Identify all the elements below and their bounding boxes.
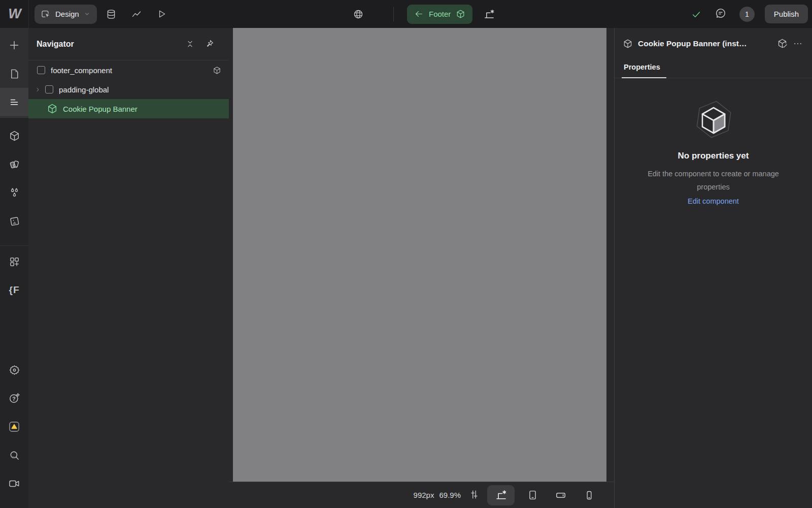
breakpoint-desktop-button[interactable] bbox=[487, 485, 515, 505]
database-icon bbox=[106, 9, 117, 20]
tree-row-label: padding-global bbox=[59, 85, 109, 94]
webflow-logo[interactable]: W bbox=[0, 0, 28, 28]
video-camera-icon bbox=[8, 478, 20, 490]
comment-bubble-icon bbox=[715, 7, 727, 19]
finsweet-extension-button[interactable]: {F bbox=[0, 276, 28, 304]
chevron-down-icon bbox=[84, 11, 90, 17]
arrow-left-icon bbox=[414, 9, 424, 19]
canvas-region: 992px 69.9% bbox=[229, 28, 614, 508]
pin-panel-button[interactable] bbox=[202, 38, 216, 51]
component-cube-icon bbox=[213, 66, 221, 75]
search-icon bbox=[9, 450, 20, 461]
collapse-icon bbox=[185, 39, 195, 49]
publish-button[interactable]: Publish bbox=[765, 5, 808, 23]
video-tutorials-button[interactable] bbox=[0, 469, 28, 498]
navigator-tree: footer_component padding-global Cookie P… bbox=[28, 60, 229, 118]
webflow-logo-glyph: W bbox=[8, 6, 20, 22]
element-checkbox-icon bbox=[37, 66, 45, 74]
edit-component-icon-button[interactable] bbox=[777, 38, 788, 49]
components-button[interactable] bbox=[0, 121, 28, 150]
design-cursor-icon bbox=[40, 9, 51, 19]
apps-button[interactable] bbox=[0, 247, 28, 276]
selected-component-title: Cookie Popup Banner (inst… bbox=[638, 39, 772, 48]
gear-icon bbox=[9, 364, 20, 376]
tree-row-label: footer_component bbox=[51, 66, 112, 75]
zoom-level-value[interactable]: 69.9% bbox=[439, 491, 461, 499]
tree-row-cookie-popup-banner[interactable]: Cookie Popup Banner bbox=[28, 99, 229, 118]
breakpoint-phone-portrait-button[interactable] bbox=[579, 485, 600, 505]
component-cube-icon bbox=[623, 39, 633, 49]
element-checkbox-icon bbox=[45, 85, 53, 93]
tree-row-label: Cookie Popup Banner bbox=[63, 105, 138, 113]
panel-more-button[interactable] bbox=[793, 39, 803, 49]
add-breakpoint-button[interactable] bbox=[480, 3, 498, 25]
svg-text:?: ? bbox=[12, 396, 16, 402]
breakpoint-tablet-button[interactable] bbox=[522, 485, 543, 505]
empty-state-description: Edit the component to create or manage p… bbox=[635, 167, 792, 194]
upgrade-button[interactable] bbox=[0, 412, 28, 441]
image-icon bbox=[9, 215, 20, 227]
add-elements-button[interactable] bbox=[0, 31, 28, 59]
properties-panel: Cookie Popup Banner (inst… Properties No… bbox=[614, 28, 812, 508]
localization-button[interactable] bbox=[347, 3, 369, 25]
tab-properties[interactable]: Properties bbox=[623, 63, 661, 78]
droplets-icon bbox=[9, 187, 20, 199]
search-button[interactable] bbox=[0, 441, 28, 469]
sliders-icon bbox=[468, 489, 480, 500]
collapse-all-button[interactable] bbox=[183, 38, 196, 51]
left-toolbar: {F ? bbox=[0, 28, 28, 508]
tree-row-padding-global[interactable]: padding-global bbox=[28, 80, 229, 99]
navigator-header: Navigator bbox=[28, 28, 229, 60]
navigator-menu-icon bbox=[8, 96, 20, 108]
comments-button[interactable] bbox=[715, 7, 727, 21]
component-cube-icon bbox=[456, 9, 465, 19]
hexagon-cube-illustration bbox=[695, 99, 732, 144]
topbar: W Design bbox=[0, 0, 812, 28]
apps-grid-icon bbox=[9, 256, 20, 268]
plus-icon bbox=[8, 39, 20, 51]
phone-portrait-icon bbox=[584, 490, 595, 501]
canvas-settings-button[interactable] bbox=[468, 489, 480, 502]
swatches-icon bbox=[9, 158, 20, 170]
breakpoint-phone-landscape-button[interactable] bbox=[550, 485, 571, 505]
edit-component-link[interactable]: Edit component bbox=[688, 197, 739, 205]
navigator-title: Navigator bbox=[37, 40, 177, 49]
navigator-panel: Navigator footer_component padding-globa bbox=[28, 28, 229, 508]
variables-button[interactable] bbox=[0, 178, 28, 207]
canvas-page[interactable] bbox=[233, 28, 606, 482]
help-button[interactable]: ? bbox=[0, 384, 28, 412]
ellipsis-icon bbox=[793, 39, 803, 49]
assets-button[interactable] bbox=[0, 207, 28, 235]
cms-database-button[interactable] bbox=[100, 3, 122, 25]
page-icon bbox=[9, 68, 20, 80]
properties-empty-state: No properties yet Edit the component to … bbox=[615, 99, 812, 205]
tree-row-footer-component[interactable]: footer_component bbox=[28, 60, 229, 80]
component-breadcrumb-label: Footer bbox=[429, 10, 451, 18]
analytics-button[interactable] bbox=[125, 3, 148, 25]
chevron-right-icon[interactable] bbox=[34, 86, 42, 93]
navigator-button[interactable] bbox=[0, 88, 28, 116]
properties-header: Cookie Popup Banner (inst… bbox=[623, 38, 803, 49]
warning-triangle-icon bbox=[8, 420, 21, 433]
properties-tabs: Properties bbox=[615, 62, 812, 78]
line-chart-icon bbox=[131, 9, 142, 20]
finsweet-icon: {F bbox=[9, 284, 20, 296]
cube-edit-icon bbox=[777, 38, 788, 49]
globe-icon bbox=[353, 9, 364, 20]
collaborator-avatar[interactable]: 1 bbox=[739, 7, 755, 22]
cube-icon bbox=[9, 130, 20, 142]
viewport-width-value[interactable]: 992px bbox=[414, 491, 434, 499]
breakpoint-laptop-star-icon bbox=[495, 489, 507, 501]
pages-button[interactable] bbox=[0, 59, 28, 88]
styles-button[interactable] bbox=[0, 150, 28, 178]
design-mode-button[interactable]: Design bbox=[35, 5, 97, 24]
tablet-icon bbox=[527, 489, 538, 501]
component-cube-icon bbox=[47, 103, 58, 114]
canvas-statusbar: 992px 69.9% bbox=[229, 482, 614, 508]
pin-icon bbox=[205, 39, 214, 49]
play-icon bbox=[156, 9, 167, 19]
component-breadcrumb-button[interactable]: Footer bbox=[407, 5, 472, 24]
preview-button[interactable] bbox=[151, 3, 173, 25]
site-settings-button[interactable] bbox=[0, 356, 28, 384]
empty-state-title: No properties yet bbox=[678, 151, 749, 161]
